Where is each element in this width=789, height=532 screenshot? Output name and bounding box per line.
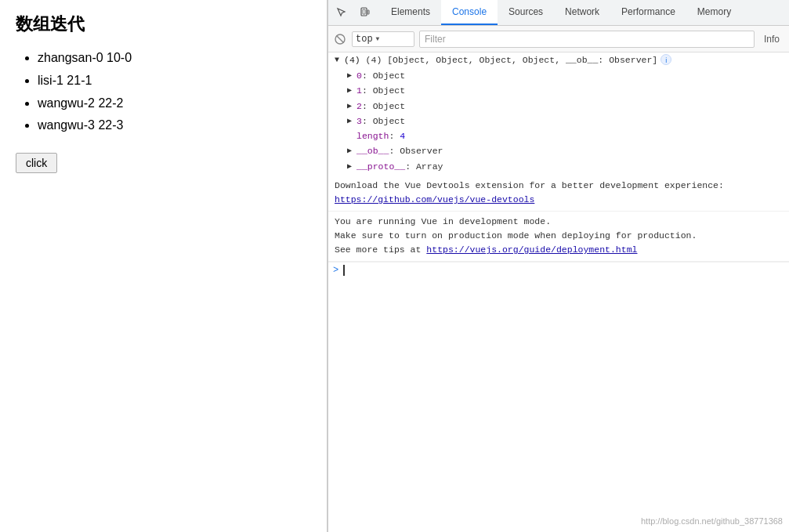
console-toolbar: top ▼ Info — [328, 26, 789, 52]
tree-colon: : — [389, 144, 400, 157]
tree-value: 4 — [400, 129, 405, 143]
tree-key: length — [356, 129, 389, 143]
tree-row-1[interactable]: ▶1: Object — [335, 83, 789, 98]
devtools-tab-bar: ElementsConsoleSourcesNetworkPerformance… — [328, 0, 789, 26]
inspect-icon[interactable] — [331, 2, 352, 23]
dropdown-arrow-icon: ▼ — [376, 35, 380, 42]
tree-value: Object — [373, 69, 405, 82]
tab-bar: ElementsConsoleSourcesNetworkPerformance… — [380, 0, 742, 25]
tree-colon: : — [362, 84, 373, 97]
click-button[interactable]: click — [16, 153, 57, 173]
list-container: zhangsan-0 10-0lisi-1 21-1wangwu-2 22-2w… — [16, 47, 311, 137]
array-log-row[interactable]: ▼ (4) (4) [Object, Object, Object, Objec… — [328, 52, 789, 67]
svg-rect-1 — [363, 9, 365, 14]
array-count: (4) — [344, 55, 366, 65]
tab-console[interactable]: Console — [441, 0, 498, 25]
devtools-link[interactable]: https://github.com/vuejs/vue-devtools — [335, 194, 534, 204]
list-item: zhangsan-0 10-0 — [38, 47, 311, 70]
console-input-row: > — [328, 262, 789, 278]
tree-row-0[interactable]: ▶0: Object — [335, 68, 789, 83]
deployment-link[interactable]: https://vuejs.org/guide/deployment.html — [426, 244, 637, 255]
tree-toggle-icon[interactable]: ▶ — [347, 145, 356, 157]
tree-key: 0 — [356, 69, 362, 82]
tree-value: Object — [373, 114, 405, 128]
tree-row-length[interactable]: length: 4 — [335, 128, 789, 143]
tree-value: Array — [416, 160, 443, 173]
tree-value: Object — [373, 84, 405, 97]
tab-elements[interactable]: Elements — [380, 0, 441, 25]
tree-toggle-icon[interactable]: ▶ — [347, 115, 356, 127]
tree-toggle-icon[interactable]: ▶ — [347, 85, 356, 96]
tab-network[interactable]: Network — [554, 0, 610, 25]
devtools-message-1: Download the Vue Devtools extension for … — [328, 176, 789, 212]
tab-performance[interactable]: Performance — [610, 0, 686, 25]
list-item: wangwu-2 22-2 — [38, 92, 311, 115]
tree-value: Observer — [400, 144, 443, 157]
list-item: lisi-1 21-1 — [38, 70, 311, 92]
tree-value: Object — [373, 100, 405, 113]
svg-line-4 — [337, 35, 344, 42]
tree-key: 2 — [356, 100, 362, 113]
context-selector[interactable]: top ▼ — [352, 31, 414, 47]
tree-colon: : — [405, 160, 416, 173]
left-panel: 数组迭代 zhangsan-0 10-0lisi-1 21-1wangwu-2 … — [0, 0, 328, 532]
console-prompt-icon: > — [333, 265, 338, 276]
tree-toggle-placeholder — [347, 130, 356, 142]
tab-sources[interactable]: Sources — [498, 0, 554, 25]
svg-rect-2 — [367, 10, 369, 14]
devtools-message-2: You are running Vue in development mode.… — [328, 212, 789, 262]
tab-memory[interactable]: Memory — [686, 0, 742, 25]
info-badge-icon[interactable]: i — [661, 54, 671, 65]
tree-row-__proto__[interactable]: ▶__proto__: Array — [335, 159, 789, 174]
filter-input[interactable] — [419, 31, 755, 48]
info-label: Info — [759, 34, 784, 45]
tree-row-3[interactable]: ▶3: Object — [335, 114, 789, 128]
tree-key: __ob__ — [356, 144, 389, 157]
toolbar-icons — [331, 2, 375, 23]
console-cursor — [343, 265, 345, 276]
tree-colon: : — [389, 129, 400, 143]
tree-key: 1 — [356, 84, 362, 97]
tree-toggle-icon[interactable]: ▶ — [347, 70, 356, 81]
context-value: top — [356, 34, 373, 45]
tree-toggle-icon[interactable]: ▶ — [347, 100, 356, 112]
tree-colon: : — [362, 100, 373, 113]
tree-colon: : — [362, 69, 373, 82]
svg-rect-0 — [361, 8, 367, 16]
tree-row-2[interactable]: ▶2: Object — [335, 99, 789, 114]
device-icon[interactable] — [355, 2, 375, 23]
tree-container: ▶0: Object▶1: Object▶2: Object▶3: Object… — [328, 67, 789, 176]
tree-key: 3 — [356, 114, 362, 128]
tree-key: __proto__ — [356, 160, 405, 173]
devtools-panel: ElementsConsoleSourcesNetworkPerformance… — [328, 0, 789, 532]
tree-row-__ob__[interactable]: ▶__ob__: Observer — [335, 143, 789, 158]
tree-colon: : — [362, 114, 373, 128]
tree-toggle-icon[interactable]: ▶ — [347, 161, 356, 172]
array-header-text: (4) (4) [Object, Object, Object, Object,… — [344, 55, 657, 65]
clear-console-icon[interactable] — [333, 32, 347, 46]
array-toggle-icon[interactable]: ▼ — [335, 56, 344, 64]
console-content: ▼ (4) (4) [Object, Object, Object, Objec… — [328, 52, 789, 532]
list-item: wangwu-3 22-3 — [38, 114, 311, 137]
page-title: 数组迭代 — [16, 13, 311, 36]
